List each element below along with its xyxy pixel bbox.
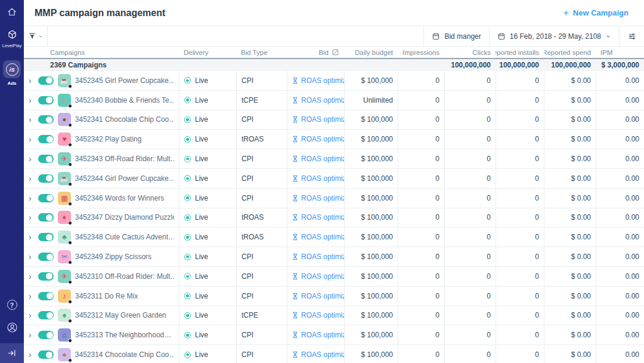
column-header-bid[interactable]: Bid: [287, 47, 344, 58]
campaign-title[interactable]: 3452349 Zippy Scissors: [75, 253, 151, 261]
apple-platform-badge-icon: [68, 339, 72, 343]
roas-optimized-link[interactable]: ROAS optimized: [292, 213, 344, 222]
campaign-title[interactable]: 3452348 Cute Cactus Advent…: [75, 233, 174, 241]
campaign-active-toggle[interactable]: [38, 350, 54, 359]
row-expand-chevron-icon[interactable]: ›: [29, 272, 34, 281]
roas-optimized-link[interactable]: ROAS optimized: [292, 194, 344, 202]
campaign-title[interactable]: 3452313 The Neighborhood…: [75, 331, 171, 339]
column-header-ipm[interactable]: IPM: [596, 47, 644, 58]
campaign-title[interactable]: 3452347 Dizzy Diamond Puzzle: [75, 213, 174, 222]
bid-manager-button[interactable]: Bid manger: [423, 26, 488, 46]
delivery-status-label: Live: [195, 253, 208, 261]
apple-platform-badge-icon: [68, 84, 72, 88]
hourglass-icon: [292, 136, 298, 143]
campaign-active-toggle[interactable]: [38, 331, 54, 339]
campaign-active-toggle[interactable]: [38, 76, 54, 85]
daily-budget-cell: $ 100,000: [344, 208, 398, 227]
row-expand-chevron-icon[interactable]: ›: [29, 253, 34, 261]
row-expand-chevron-icon[interactable]: ›: [29, 233, 34, 241]
campaign-active-toggle[interactable]: [38, 311, 54, 319]
row-expand-chevron-icon[interactable]: ›: [29, 292, 34, 300]
campaign-title[interactable]: 3452346 Words for Winners: [75, 194, 164, 202]
row-expand-chevron-icon[interactable]: ›: [29, 311, 34, 319]
date-range-picker[interactable]: 16 Feb, 2018 - 29 May, 2108: [489, 26, 619, 46]
table-row: ›☕3452344 Girl Power Cupcake…LiveCPIROAS…: [24, 169, 644, 189]
campaign-title[interactable]: 3452311 Do Re Mix: [75, 292, 138, 300]
roas-optimized-link[interactable]: ROAS optimized: [292, 331, 344, 339]
row-expand-chevron-icon[interactable]: ›: [29, 331, 34, 339]
filter-button[interactable]: [24, 26, 48, 46]
campaign-title[interactable]: 3452341 Chocolate Chip Coo…: [75, 115, 174, 124]
ipm-cell: 0.00: [596, 71, 644, 90]
sidebar-item-account[interactable]: [0, 315, 24, 339]
sidebar-item-help[interactable]: ?: [0, 293, 24, 315]
row-expand-chevron-icon[interactable]: ›: [29, 96, 34, 104]
campaign-active-toggle[interactable]: [38, 174, 54, 183]
campaign-active-toggle[interactable]: [38, 253, 54, 261]
daily-budget-cell: $ 100,000: [344, 149, 398, 168]
roas-optimized-link[interactable]: ROAS optimized: [292, 174, 344, 183]
sidebar-collapse-button[interactable]: [0, 343, 24, 363]
column-header-impressions[interactable]: Impressions: [398, 47, 444, 58]
campaign-title[interactable]: 3452342 Play Dating: [75, 135, 141, 143]
campaign-active-toggle[interactable]: [38, 292, 54, 300]
row-expand-chevron-icon[interactable]: ›: [29, 76, 34, 85]
sidebar-item-ads[interactable]: iS Ads: [0, 54, 24, 91]
column-header-spend[interactable]: Reported spend: [544, 47, 596, 58]
row-expand-chevron-icon[interactable]: ›: [29, 115, 34, 124]
column-header-clicks[interactable]: Clicks: [444, 47, 496, 58]
row-expand-chevron-icon[interactable]: ›: [29, 350, 34, 359]
campaign-title[interactable]: 3452340 Bobbie & Friends Te…: [75, 96, 174, 104]
campaign-active-toggle[interactable]: [38, 135, 54, 143]
apple-platform-badge-icon: [68, 162, 72, 167]
row-expand-chevron-icon[interactable]: ›: [29, 135, 34, 143]
row-expand-chevron-icon[interactable]: ›: [29, 194, 34, 202]
campaign-title[interactable]: 3452343 Off-Road Rider: Mult…: [75, 155, 174, 163]
sidebar-item-home[interactable]: [0, 0, 24, 23]
campaign-cell: ›♦3452347 Dizzy Diamond Puzzle: [24, 208, 179, 227]
row-expand-chevron-icon[interactable]: ›: [29, 155, 34, 163]
row-expand-chevron-icon[interactable]: ›: [29, 174, 34, 183]
app-cupcake-icon: ☕: [58, 172, 71, 185]
column-header-budget[interactable]: Daily budget: [344, 47, 398, 58]
roas-optimized-label: ROAS optimized: [301, 194, 344, 202]
roas-optimized-link[interactable]: ROAS optimized: [292, 76, 344, 85]
roas-optimized-link[interactable]: ROAS optimized: [292, 115, 344, 124]
campaign-active-toggle[interactable]: [38, 213, 54, 222]
column-header-campaigns[interactable]: Campaigns: [24, 47, 179, 58]
campaign-active-toggle[interactable]: [38, 115, 54, 124]
delivery-status-label: Live: [195, 331, 208, 339]
summary-spend: 100,000,000: [544, 59, 596, 71]
roas-optimized-link[interactable]: ROAS optimized: [292, 350, 344, 359]
campaign-title[interactable]: 3452312 May Green Garden: [75, 311, 166, 319]
bid-type-cell: CPI: [236, 267, 287, 286]
roas-optimized-link[interactable]: ROAS optimized: [292, 292, 344, 300]
roas-optimized-link[interactable]: ROAS optimized: [292, 311, 344, 319]
sidebar-item-levelplay[interactable]: LevelPlay: [0, 23, 24, 54]
campaign-active-toggle[interactable]: [38, 272, 54, 281]
roas-optimized-link[interactable]: ROAS optimized: [292, 233, 344, 241]
campaign-title[interactable]: 3452314 Chocolate Chip Coo…: [75, 350, 174, 359]
campaign-cell: ›♪3452311 Do Re Mix: [24, 287, 179, 306]
roas-optimized-link[interactable]: ROAS optimized: [292, 135, 344, 143]
campaign-active-toggle[interactable]: [38, 233, 54, 241]
roas-optimized-link[interactable]: ROAS optimized: [292, 96, 344, 104]
campaign-title[interactable]: 3452345 Girl Power Cupcake…: [75, 76, 174, 85]
row-expand-chevron-icon[interactable]: ›: [29, 213, 34, 222]
campaign-title[interactable]: 3452310 Off-Road Rider: Mult…: [75, 272, 174, 281]
roas-optimized-link[interactable]: ROAS optimized: [292, 253, 344, 261]
column-header-delivery[interactable]: Delivery: [179, 47, 236, 58]
roas-optimized-link[interactable]: ROAS optimized: [292, 155, 344, 163]
column-header-bidtype[interactable]: Bid Type: [236, 47, 287, 58]
roas-optimized-link[interactable]: ROAS optimized: [292, 272, 344, 281]
ipm-cell: 0.00: [596, 227, 644, 247]
reported-spend-cell: $ 0.00: [544, 208, 596, 227]
campaign-active-toggle[interactable]: [38, 155, 54, 163]
campaign-active-toggle[interactable]: [38, 194, 54, 202]
column-settings-button[interactable]: [619, 26, 644, 46]
reported-spend-cell: $ 0.00: [544, 130, 596, 149]
campaign-title[interactable]: 3452344 Girl Power Cupcake…: [75, 174, 174, 183]
new-campaign-button[interactable]: + New Campaign: [563, 8, 628, 19]
campaign-active-toggle[interactable]: [38, 96, 54, 104]
column-header-installs[interactable]: Reported installs: [496, 47, 544, 58]
